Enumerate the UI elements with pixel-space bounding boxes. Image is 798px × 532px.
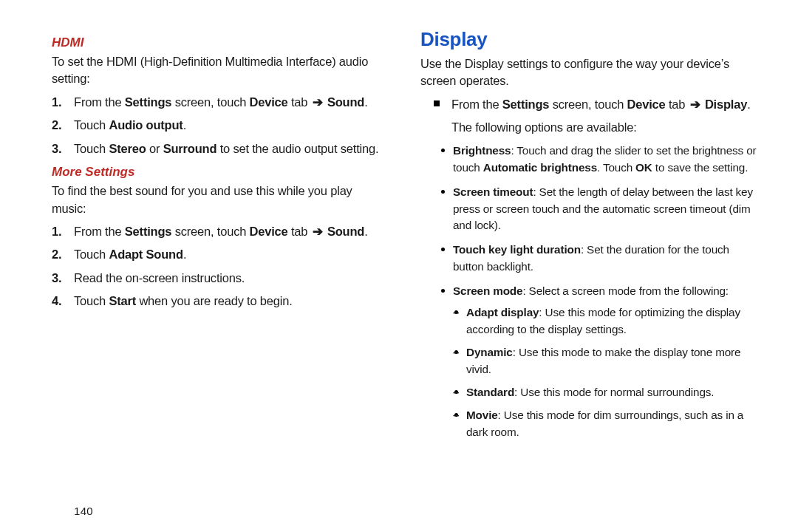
step-text: Touch Audio output.: [74, 118, 186, 132]
hdmi-heading: HDMI: [52, 35, 388, 50]
list-item: 2. Touch Audio output.: [74, 117, 388, 134]
step-number: 1.: [52, 94, 61, 111]
list-item: – Adapt display: Use this mode for optim…: [466, 304, 757, 338]
step-text: Touch Start when you are ready to begin.: [74, 294, 293, 307]
left-column: HDMI To set the HDMI (High-Definition Mu…: [52, 28, 407, 520]
step-number: 2.: [52, 117, 61, 134]
manual-page: HDMI To set the HDMI (High-Definition Mu…: [0, 0, 798, 532]
options-intro: The following options are available:: [420, 119, 757, 136]
display-heading: Display: [420, 28, 757, 51]
step-number: 4.: [52, 293, 61, 310]
dash-icon: –: [453, 304, 459, 321]
dash-icon: –: [453, 384, 459, 401]
list-item: 4. Touch Start when you are ready to beg…: [74, 293, 388, 310]
display-main-step: From the Settings screen, touch Device t…: [420, 96, 757, 113]
list-item: Screen mode: Select a screen mode from t…: [453, 283, 757, 441]
step-text: From the Settings screen, touch Device t…: [74, 95, 368, 109]
list-item: – Dynamic: Use this mode to make the dis…: [466, 344, 757, 378]
list-item: – Standard: Use this mode for normal sur…: [466, 384, 757, 401]
step-number: 1.: [52, 223, 61, 240]
step-number: 3.: [52, 270, 61, 287]
arrow-icon: ➔: [313, 223, 323, 240]
list-item: From the Settings screen, touch Device t…: [451, 96, 757, 113]
right-column: Display Use the Display settings to conf…: [407, 28, 760, 520]
list-item: – Movie: Use this mode for dim surroundi…: [466, 407, 757, 441]
arrow-icon: ➔: [313, 94, 323, 111]
list-item: 2. Touch Adapt Sound.: [74, 246, 388, 263]
step-text: Read the on-screen instructions.: [74, 271, 245, 284]
dash-icon: –: [453, 407, 459, 424]
more-settings-intro: To find the best sound for you and use t…: [52, 183, 388, 217]
page-number: 140: [74, 505, 93, 517]
dash-icon: –: [453, 344, 459, 361]
display-options: Brightness: Touch and drag the slider to…: [420, 143, 757, 441]
screen-mode-sublist: – Adapt display: Use this mode for optim…: [453, 304, 757, 441]
list-item: Screen timeout: Set the length of delay …: [453, 184, 757, 235]
hdmi-intro: To set the HDMI (High-Definition Multime…: [52, 53, 388, 88]
step-text: From the Settings screen, touch Device t…: [74, 225, 368, 238]
list-item: Touch key light duration: Set the durati…: [453, 242, 757, 276]
list-item: 3. Read the on-screen instructions.: [74, 270, 388, 287]
list-item: 3. Touch Stereo or Surround to set the a…: [74, 140, 388, 157]
list-item: 1. From the Settings screen, touch Devic…: [74, 223, 388, 240]
list-item: Brightness: Touch and drag the slider to…: [453, 143, 757, 177]
list-item: 1. From the Settings screen, touch Devic…: [74, 94, 388, 111]
step-number: 3.: [52, 140, 61, 157]
more-settings-steps: 1. From the Settings screen, touch Devic…: [52, 223, 388, 310]
step-text: Touch Adapt Sound.: [74, 248, 186, 261]
arrow-icon: ➔: [690, 96, 700, 113]
step-text: Touch Stereo or Surround to set the audi…: [74, 142, 378, 155]
display-intro: Use the Display settings to configure th…: [420, 55, 757, 90]
more-settings-heading: More Settings: [52, 165, 388, 180]
hdmi-steps: 1. From the Settings screen, touch Devic…: [52, 94, 388, 157]
step-number: 2.: [52, 246, 61, 263]
